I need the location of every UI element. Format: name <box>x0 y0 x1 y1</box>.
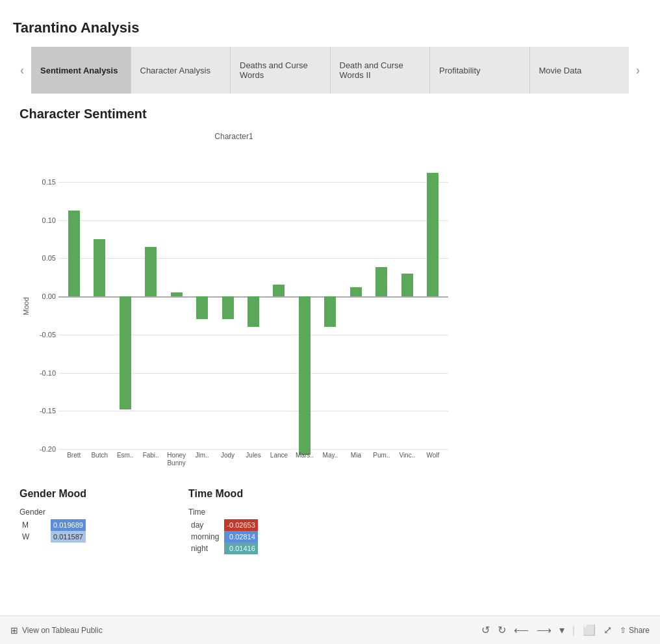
tableau-link-label[interactable]: View on Tableau Public <box>22 626 103 635</box>
present-icon[interactable]: ⬜ <box>583 624 596 636</box>
bar <box>94 239 105 296</box>
y-tick: 0.10 <box>42 216 56 224</box>
x-label: Vinc.. <box>394 449 420 469</box>
bar-group <box>61 144 86 449</box>
time-day-value: -0.02653 <box>224 519 257 531</box>
bar-group <box>138 144 163 449</box>
bar <box>350 287 362 296</box>
table-row: M 0.019689 <box>19 519 86 531</box>
x-label: Wolf <box>420 449 446 469</box>
bar <box>196 296 208 319</box>
bar-group <box>112 144 138 449</box>
y-tick: 0.15 <box>42 178 56 186</box>
gender-w-label: W <box>19 531 51 543</box>
bar-group <box>86 144 112 449</box>
x-label: HoneyBunny <box>164 449 189 469</box>
gender-w-value: 0.011587 <box>51 531 86 543</box>
y-ticks-container: 0.150.100.050.00-0.05-0.10-0.15-0.20 <box>32 144 58 469</box>
bar-group <box>240 144 266 449</box>
footer-tableau-link[interactable]: ⊞ View on Tableau Public <box>10 625 103 636</box>
tab-item-character[interactable]: Character Analysis <box>131 47 231 94</box>
bar <box>68 211 80 296</box>
tableau-icon: ⊞ <box>10 625 18 636</box>
time-mood-section: Time Mood Time day -0.02653 morning 0.02… <box>188 488 318 554</box>
bar-group <box>369 144 394 449</box>
tab-next-arrow[interactable]: › <box>629 47 647 94</box>
bar <box>401 274 413 296</box>
share-icon: ⇧ <box>620 626 626 635</box>
bar-group <box>292 144 317 449</box>
tab-item-profitability[interactable]: Profitability <box>430 47 530 94</box>
undo-icon[interactable]: ↺ <box>481 624 490 636</box>
time-morning-label: morning <box>188 531 224 543</box>
y-tick: -0.10 <box>40 369 56 377</box>
bar-group <box>189 144 214 449</box>
table-row: night 0.01416 <box>188 543 258 554</box>
chart-inner: BrettButchEsm..Fabi..HoneyBunnyJim..Jody… <box>58 144 448 469</box>
bar-group <box>164 144 189 449</box>
x-label: Esm.. <box>112 449 138 469</box>
time-mood-table: Time day -0.02653 morning 0.02814 night … <box>188 506 258 554</box>
y-tick: -0.20 <box>40 445 56 453</box>
bar-group <box>266 144 292 449</box>
bar <box>247 296 259 327</box>
x-label: Jim.. <box>189 449 214 469</box>
y-tick: -0.05 <box>40 331 56 339</box>
tab-navigation: ‹ Sentiment AnalysisCharacter AnalysisDe… <box>0 47 660 94</box>
tab-list: Sentiment AnalysisCharacter AnalysisDeat… <box>31 47 629 94</box>
time-night-label: night <box>188 543 224 554</box>
divider: | <box>572 625 575 636</box>
bar <box>299 296 311 455</box>
gender-m-label: M <box>19 519 51 531</box>
gender-mood-header: Gender <box>19 506 51 519</box>
forward-icon[interactable]: ⟶ <box>537 624 552 636</box>
bar-group <box>420 144 446 449</box>
bar <box>222 296 234 319</box>
gender-mood-table: Gender M 0.019689 W 0.011587 <box>19 506 86 543</box>
x-label: Jules <box>240 449 266 469</box>
time-mood-title: Time Mood <box>188 488 318 500</box>
tab-prev-arrow[interactable]: ‹ <box>13 47 31 94</box>
fullscreen-icon[interactable]: ⤢ <box>603 624 612 636</box>
tab-item-death-curse2[interactable]: Death and Curse Words II <box>331 47 431 94</box>
x-label: Fabi.. <box>138 449 163 469</box>
chart-legend-label: Character1 <box>19 132 448 141</box>
gender-m-value: 0.019689 <box>51 519 86 531</box>
y-tick: 0.00 <box>42 292 56 300</box>
table-row: W 0.011587 <box>19 531 86 543</box>
footer: ⊞ View on Tableau Public ↺ ↻ ⟵ ⟶ ▾ | ⬜ ⤢… <box>0 615 660 644</box>
app-title: Tarantino Analysis <box>0 13 660 47</box>
time-morning-value: 0.02814 <box>224 531 257 543</box>
table-row: day -0.02653 <box>188 519 258 531</box>
bars-area <box>58 144 448 449</box>
x-label: Brett <box>61 449 86 469</box>
bar <box>427 173 438 296</box>
bar <box>375 267 387 296</box>
y-tick: 0.05 <box>42 254 56 262</box>
x-label: Butch <box>86 449 112 469</box>
bar <box>324 296 336 327</box>
bar <box>171 292 183 296</box>
section-title: Character Sentiment <box>19 107 641 122</box>
back-icon[interactable]: ⟵ <box>514 624 529 636</box>
tab-item-sentiment[interactable]: Sentiment Analysis <box>31 47 131 94</box>
redo-icon[interactable]: ↻ <box>498 624 506 636</box>
time-mood-header: Time <box>188 506 224 519</box>
gender-mood-section: Gender Mood Gender M 0.019689 W 0.011587 <box>19 488 149 554</box>
tab-item-movie-data[interactable]: Movie Data <box>530 47 629 94</box>
gender-mood-title: Gender Mood <box>19 488 149 500</box>
share-label[interactable]: Share <box>629 626 650 635</box>
chart-area: Mood 0.150.100.050.00-0.05-0.10-0.15-0.2… <box>19 144 448 469</box>
x-label: Jody <box>215 449 240 469</box>
bar-group <box>215 144 240 449</box>
x-label: Lance <box>266 449 292 469</box>
share-button[interactable]: ⇧ Share <box>620 626 650 635</box>
main-content: Character Sentiment Character1 Mood 0.15… <box>0 94 660 567</box>
dropdown-icon[interactable]: ▾ <box>559 624 565 636</box>
bottom-section: Gender Mood Gender M 0.019689 W 0.011587 <box>19 488 641 554</box>
tab-item-deaths-curse[interactable]: Deaths and Curse Words <box>231 47 331 94</box>
bar <box>120 296 131 409</box>
y-tick: -0.15 <box>40 407 56 415</box>
y-axis-label: Mood <box>19 144 32 469</box>
table-row: morning 0.02814 <box>188 531 258 543</box>
